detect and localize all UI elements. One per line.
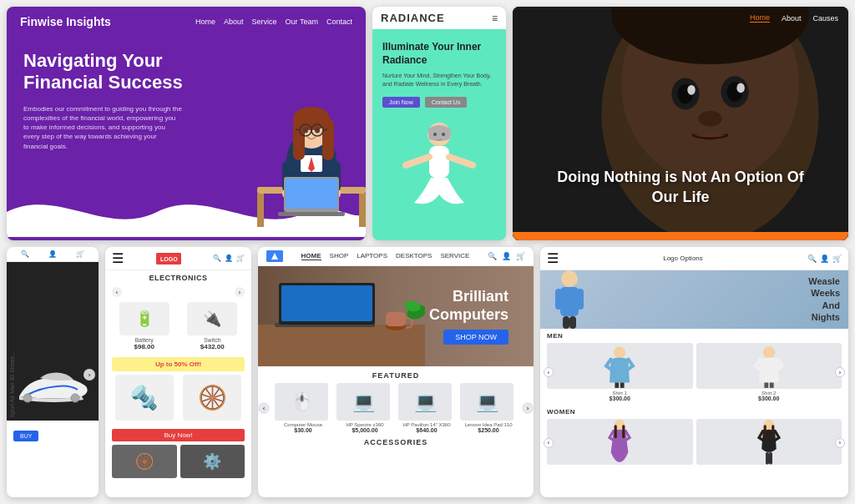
svg-rect-52 bbox=[386, 312, 406, 326]
finwise-nav-links: Home About Service Our Team Contact bbox=[195, 18, 352, 26]
shoe-svg bbox=[15, 363, 90, 409]
comp-nav-icons: 🔍 👤 🛒 bbox=[488, 252, 525, 260]
elec-cart-icon[interactable]: 🛒 bbox=[236, 255, 245, 262]
comp-hero-text: Brilliant Computers SHOP NOW bbox=[429, 288, 508, 344]
elec-product-img-0: 🔋 bbox=[119, 302, 169, 335]
svg-rect-60 bbox=[569, 316, 576, 329]
comp-nav-laptops[interactable]: LAPTOPS bbox=[357, 252, 387, 260]
elec-menu-icon[interactable]: ☰ bbox=[112, 250, 124, 266]
fashion-card: ☰ Logo Options 🔍 👤 🛒 Weasle Weeks And Ni… bbox=[540, 247, 848, 497]
shoe-nav-right[interactable]: › bbox=[83, 369, 95, 381]
svg-point-55 bbox=[561, 270, 578, 287]
fashion-men-img-1 bbox=[696, 343, 842, 389]
elec-buy-btn[interactable]: Buy Now! bbox=[112, 429, 245, 441]
svg-rect-57 bbox=[555, 289, 562, 310]
shoe-cart-icon[interactable]: 🛒 bbox=[76, 250, 84, 258]
charity-nav-causes[interactable]: Causes bbox=[812, 14, 838, 23]
finwise-character bbox=[232, 87, 366, 237]
fashion-men-product-1: Shirt 2 $300.00 bbox=[696, 343, 842, 401]
fashion-cart-icon[interactable]: 🛒 bbox=[832, 255, 842, 263]
shoe-search-icon[interactable]: 🔍 bbox=[21, 250, 29, 258]
fashion-men-price-0: $300.00 bbox=[547, 396, 693, 401]
radiance-join-btn[interactable]: Join Now bbox=[382, 97, 420, 108]
fashion-women-next[interactable]: › bbox=[835, 438, 845, 448]
fashion-women-products: ‹ bbox=[547, 419, 842, 466]
radiance-title: Illuminate Your Inner Radiance bbox=[382, 41, 496, 67]
nav-about[interactable]: About bbox=[224, 18, 244, 26]
charity-nav-home[interactable]: Home bbox=[750, 13, 770, 23]
fashion-header-icons: 🔍 👤 🛒 bbox=[807, 255, 842, 263]
radiance-desc: Nurture Your Mind, Strengthen Your Body,… bbox=[382, 72, 496, 88]
fashion-women-product-0 bbox=[547, 419, 693, 466]
comp-product-1: 💻 HP Spectre x360 $5,000.00 bbox=[336, 383, 393, 433]
comp-accessories-title: ACCESSORIES bbox=[258, 433, 534, 448]
radiance-contact-btn[interactable]: Contact Us bbox=[425, 97, 468, 108]
fashion-men-next[interactable]: › bbox=[835, 367, 845, 377]
svg-rect-47 bbox=[258, 325, 425, 366]
fashion-women-prev[interactable]: ‹ bbox=[544, 438, 554, 448]
men-shirt1-svg bbox=[603, 343, 636, 389]
fashion-men-prev[interactable]: ‹ bbox=[544, 367, 554, 377]
svg-rect-66 bbox=[770, 383, 774, 388]
fashion-menu-icon[interactable]: ☰ bbox=[547, 250, 559, 266]
comp-prev-btn[interactable]: ‹ bbox=[258, 402, 270, 414]
comp-nav-desktops[interactable]: DESKTOPS bbox=[396, 252, 432, 260]
fashion-user-icon[interactable]: 👤 bbox=[820, 255, 829, 263]
svg-rect-50 bbox=[281, 285, 372, 321]
comp-product-3: 💻 Lenovo Idea Pad 110 $250.00 bbox=[460, 383, 517, 433]
svg-rect-74 bbox=[772, 425, 774, 436]
svg-rect-58 bbox=[577, 289, 584, 310]
computers-card: HOME SHOP LAPTOPS DESKTOPS SERVICE 🔍 👤 🛒 bbox=[258, 247, 534, 497]
fashion-hero-text: Weasle Weeks And Nights HEAD THERE bbox=[797, 275, 840, 329]
elec-logo: LOGO bbox=[156, 253, 181, 265]
elec-promo-text: Up to 50% Off! bbox=[155, 360, 201, 368]
elec-extra-product-0: 🔩 bbox=[112, 375, 177, 422]
elec-extra-img-0: 🔩 bbox=[115, 375, 174, 421]
comp-nav-service[interactable]: SERVICE bbox=[440, 252, 469, 260]
svg-rect-63 bbox=[620, 383, 625, 388]
elec-promo: Up to 50% Off! bbox=[112, 357, 245, 371]
svg-point-29 bbox=[442, 133, 445, 136]
svg-rect-59 bbox=[563, 316, 569, 329]
svg-line-13 bbox=[296, 129, 300, 130]
elec-product-name-1: Switch bbox=[180, 337, 245, 343]
svg-rect-69 bbox=[622, 425, 625, 438]
svg-point-39 bbox=[698, 111, 721, 127]
nav-contact[interactable]: Contact bbox=[326, 18, 352, 26]
comp-product-2: 💻 HP Pavilion 14" X360 $640.00 bbox=[398, 383, 455, 433]
shoe-buy-button[interactable]: BUY bbox=[13, 431, 38, 441]
svg-rect-9 bbox=[322, 118, 334, 160]
svg-point-41 bbox=[71, 394, 79, 402]
comp-next-btn[interactable]: › bbox=[522, 402, 534, 414]
nav-home[interactable]: Home bbox=[195, 18, 215, 26]
comp-nav-home[interactable]: HOME bbox=[301, 252, 321, 260]
elec-prev-btn[interactable]: ‹ bbox=[112, 287, 122, 297]
radiance-menu-icon[interactable]: ≡ bbox=[492, 13, 498, 24]
svg-rect-62 bbox=[615, 383, 620, 388]
comp-hero-title: Brilliant Computers bbox=[429, 288, 508, 324]
comp-shop-btn[interactable]: SHOP NOW bbox=[443, 330, 508, 345]
elec-next-btn[interactable]: › bbox=[235, 287, 245, 297]
men-shirt2-svg bbox=[752, 343, 786, 389]
women-outfit2-svg bbox=[752, 417, 786, 467]
comp-search-icon[interactable]: 🔍 bbox=[488, 252, 497, 260]
comp-logo-svg bbox=[266, 250, 283, 262]
elec-search-icon[interactable]: 🔍 bbox=[213, 255, 221, 262]
fashion-search-icon[interactable]: 🔍 bbox=[807, 255, 817, 263]
shoe-buy-btn[interactable]: BUY bbox=[13, 426, 38, 441]
nav-service[interactable]: Service bbox=[252, 18, 277, 26]
fashion-men-price-1: $300.00 bbox=[696, 396, 842, 401]
charity-nav-about[interactable]: About bbox=[782, 14, 802, 23]
elec-user-icon[interactable]: 👤 bbox=[225, 255, 233, 262]
nav-team[interactable]: Our Team bbox=[286, 18, 318, 26]
comp-nav-shop[interactable]: SHOP bbox=[330, 252, 349, 260]
shoe-user-icon[interactable]: 👤 bbox=[48, 250, 57, 258]
comp-product-price-2: $640.00 bbox=[398, 427, 455, 433]
charity-card: Home About Causes Doing Nothing is Not A… bbox=[513, 7, 848, 240]
shoe-dark-bg bbox=[7, 262, 99, 421]
fashion-hero-title: Weasle Weeks And Nights bbox=[797, 275, 840, 323]
fashion-women-product-1 bbox=[696, 419, 842, 466]
charity-title: Doing Nothing is Not An Option Of Our Li… bbox=[546, 168, 815, 207]
comp-cart-icon[interactable]: 🛒 bbox=[516, 252, 525, 260]
comp-user-icon[interactable]: 👤 bbox=[502, 252, 511, 260]
